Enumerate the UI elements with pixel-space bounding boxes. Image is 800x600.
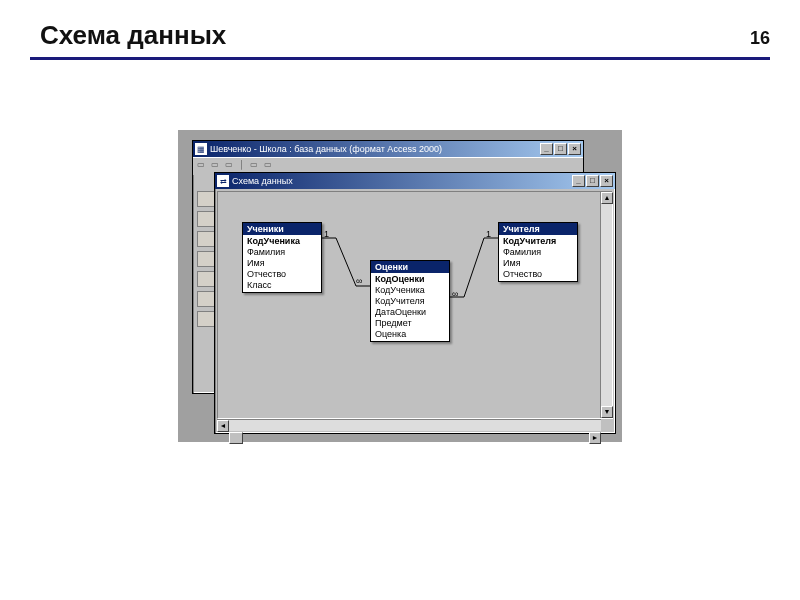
sidebar-icon[interactable] xyxy=(197,311,215,327)
cardinality-one: 1 xyxy=(324,229,329,239)
slide: Схема данных 16 ▦ Шевченко - Школа : баз… xyxy=(0,0,800,442)
table-grades[interactable]: Оценки КодОценки КодУченика КодУчителя Д… xyxy=(370,260,450,342)
sidebar-icon[interactable] xyxy=(197,211,215,227)
cardinality-many: ∞ xyxy=(356,276,362,286)
table-header: Учителя xyxy=(499,223,577,235)
field[interactable]: Оценка xyxy=(371,329,449,340)
sidebar-icon[interactable] xyxy=(197,271,215,287)
rel-window-titlebar[interactable]: ⇄ Схема данных _ □ × xyxy=(215,173,615,189)
field[interactable]: ДатаОценки xyxy=(371,307,449,318)
scroll-left-icon[interactable]: ◄ xyxy=(217,420,229,432)
sidebar-icon[interactable] xyxy=(197,231,215,247)
maximize-button[interactable]: □ xyxy=(554,143,567,155)
scroll-down-icon[interactable]: ▼ xyxy=(601,406,613,418)
minimize-button[interactable]: _ xyxy=(572,175,585,187)
access-icon: ▦ xyxy=(195,143,207,155)
slide-title: Схема данных xyxy=(30,20,750,51)
schema-inner: 1 ∞ 1 ∞ Ученики КодУченика Фамилия Имя О… xyxy=(218,192,600,418)
table-header: Оценки xyxy=(371,261,449,273)
maximize-button[interactable]: □ xyxy=(586,175,599,187)
cardinality-many: ∞ xyxy=(452,289,458,299)
horizontal-scrollbar[interactable]: ◄ ► xyxy=(217,419,601,431)
field[interactable]: Класс xyxy=(243,280,321,291)
scroll-right-icon[interactable]: ► xyxy=(589,432,601,444)
field-pk[interactable]: КодУчителя xyxy=(499,236,577,247)
scroll-thumb[interactable] xyxy=(229,432,243,444)
table-students[interactable]: Ученики КодУченика Фамилия Имя Отчество … xyxy=(242,222,322,293)
field[interactable]: Отчество xyxy=(499,269,577,280)
field[interactable]: Фамилия xyxy=(499,247,577,258)
field[interactable]: Предмет xyxy=(371,318,449,329)
close-button[interactable]: × xyxy=(568,143,581,155)
table-header: Ученики xyxy=(243,223,321,235)
screenshot-area: ▦ Шевченко - Школа : база данных (формат… xyxy=(178,130,622,442)
field-pk[interactable]: КодОценки xyxy=(371,274,449,285)
resize-grip[interactable] xyxy=(601,419,613,431)
rel-window-title: Схема данных xyxy=(232,176,572,186)
relationships-icon: ⇄ xyxy=(217,175,229,187)
field-pk[interactable]: КодУченика xyxy=(243,236,321,247)
slide-header: Схема данных 16 xyxy=(30,20,770,60)
page-number: 16 xyxy=(750,28,770,49)
vertical-scrollbar[interactable]: ▲ ▼ xyxy=(600,192,612,418)
field[interactable]: Отчество xyxy=(243,269,321,280)
close-button[interactable]: × xyxy=(600,175,613,187)
field[interactable]: Фамилия xyxy=(243,247,321,258)
table-teachers[interactable]: Учителя КодУчителя Фамилия Имя Отчество xyxy=(498,222,578,282)
cardinality-one: 1 xyxy=(486,229,491,239)
minimize-button[interactable]: _ xyxy=(540,143,553,155)
sidebar-icon[interactable] xyxy=(197,191,215,207)
field[interactable]: Имя xyxy=(499,258,577,269)
scroll-up-icon[interactable]: ▲ xyxy=(601,192,613,204)
db-window-title: Шевченко - Школа : база данных (формат A… xyxy=(210,144,540,154)
relationships-window: ⇄ Схема данных _ □ × xyxy=(214,172,616,434)
field[interactable]: КодУченика xyxy=(371,285,449,296)
schema-canvas[interactable]: 1 ∞ 1 ∞ Ученики КодУченика Фамилия Имя О… xyxy=(217,191,613,419)
field[interactable]: КодУчителя xyxy=(371,296,449,307)
field[interactable]: Имя xyxy=(243,258,321,269)
sidebar-icon[interactable] xyxy=(197,251,215,267)
sidebar-icon[interactable] xyxy=(197,291,215,307)
db-window-titlebar[interactable]: ▦ Шевченко - Школа : база данных (формат… xyxy=(193,141,583,157)
